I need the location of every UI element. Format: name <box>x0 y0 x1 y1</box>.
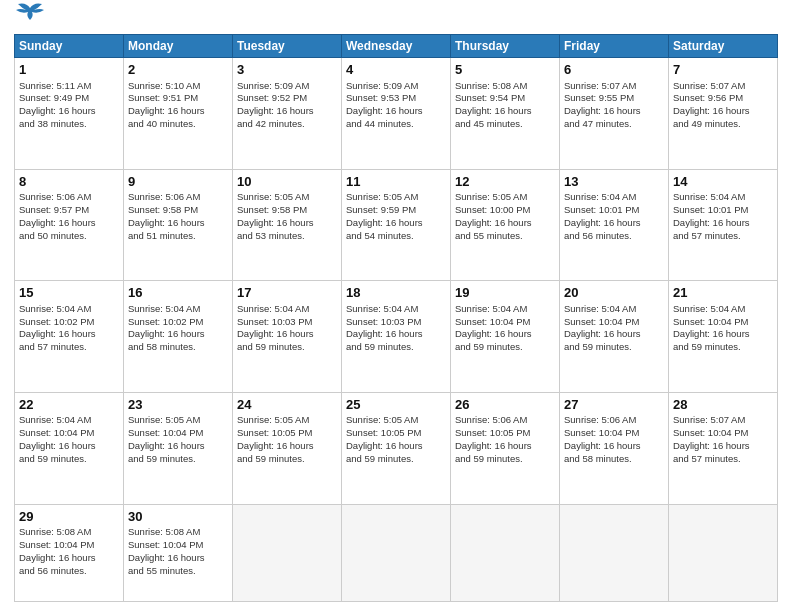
day-cell: 28Sunrise: 5:07 AM Sunset: 10:04 PM Dayl… <box>669 392 778 504</box>
day-info: Sunrise: 5:09 AM Sunset: 9:53 PM Dayligh… <box>346 80 446 131</box>
day-cell <box>560 504 669 601</box>
col-header-sunday: Sunday <box>15 35 124 58</box>
day-cell: 12Sunrise: 5:05 AM Sunset: 10:00 PM Dayl… <box>451 169 560 281</box>
day-number: 28 <box>673 396 773 414</box>
day-cell <box>451 504 560 601</box>
day-info: Sunrise: 5:04 AM Sunset: 10:04 PM Daylig… <box>673 303 773 354</box>
header <box>14 10 778 28</box>
day-info: Sunrise: 5:04 AM Sunset: 10:03 PM Daylig… <box>346 303 446 354</box>
day-cell: 1Sunrise: 5:11 AM Sunset: 9:49 PM Daylig… <box>15 58 124 170</box>
day-number: 19 <box>455 284 555 302</box>
day-number: 5 <box>455 61 555 79</box>
day-info: Sunrise: 5:04 AM Sunset: 10:01 PM Daylig… <box>673 191 773 242</box>
logo <box>14 10 46 28</box>
day-info: Sunrise: 5:04 AM Sunset: 10:04 PM Daylig… <box>455 303 555 354</box>
col-header-tuesday: Tuesday <box>233 35 342 58</box>
day-number: 30 <box>128 508 228 526</box>
day-cell <box>342 504 451 601</box>
day-cell: 26Sunrise: 5:06 AM Sunset: 10:05 PM Dayl… <box>451 392 560 504</box>
day-info: Sunrise: 5:10 AM Sunset: 9:51 PM Dayligh… <box>128 80 228 131</box>
week-row-5: 29Sunrise: 5:08 AM Sunset: 10:04 PM Dayl… <box>15 504 778 601</box>
day-info: Sunrise: 5:08 AM Sunset: 10:04 PM Daylig… <box>128 526 228 577</box>
week-row-2: 8Sunrise: 5:06 AM Sunset: 9:57 PM Daylig… <box>15 169 778 281</box>
col-header-thursday: Thursday <box>451 35 560 58</box>
day-number: 7 <box>673 61 773 79</box>
day-info: Sunrise: 5:07 AM Sunset: 9:55 PM Dayligh… <box>564 80 664 131</box>
day-cell: 23Sunrise: 5:05 AM Sunset: 10:04 PM Dayl… <box>124 392 233 504</box>
day-cell: 3Sunrise: 5:09 AM Sunset: 9:52 PM Daylig… <box>233 58 342 170</box>
week-row-1: 1Sunrise: 5:11 AM Sunset: 9:49 PM Daylig… <box>15 58 778 170</box>
day-cell: 5Sunrise: 5:08 AM Sunset: 9:54 PM Daylig… <box>451 58 560 170</box>
day-number: 29 <box>19 508 119 526</box>
day-info: Sunrise: 5:09 AM Sunset: 9:52 PM Dayligh… <box>237 80 337 131</box>
day-cell: 9Sunrise: 5:06 AM Sunset: 9:58 PM Daylig… <box>124 169 233 281</box>
header-row: SundayMondayTuesdayWednesdayThursdayFrid… <box>15 35 778 58</box>
day-info: Sunrise: 5:04 AM Sunset: 10:02 PM Daylig… <box>19 303 119 354</box>
day-info: Sunrise: 5:07 AM Sunset: 9:56 PM Dayligh… <box>673 80 773 131</box>
day-info: Sunrise: 5:11 AM Sunset: 9:49 PM Dayligh… <box>19 80 119 131</box>
day-cell: 16Sunrise: 5:04 AM Sunset: 10:02 PM Dayl… <box>124 281 233 393</box>
day-cell: 4Sunrise: 5:09 AM Sunset: 9:53 PM Daylig… <box>342 58 451 170</box>
day-cell: 10Sunrise: 5:05 AM Sunset: 9:58 PM Dayli… <box>233 169 342 281</box>
day-cell: 20Sunrise: 5:04 AM Sunset: 10:04 PM Dayl… <box>560 281 669 393</box>
day-number: 22 <box>19 396 119 414</box>
day-info: Sunrise: 5:06 AM Sunset: 9:57 PM Dayligh… <box>19 191 119 242</box>
day-cell: 25Sunrise: 5:05 AM Sunset: 10:05 PM Dayl… <box>342 392 451 504</box>
day-cell: 27Sunrise: 5:06 AM Sunset: 10:04 PM Dayl… <box>560 392 669 504</box>
day-number: 11 <box>346 173 446 191</box>
day-info: Sunrise: 5:05 AM Sunset: 10:05 PM Daylig… <box>346 414 446 465</box>
col-header-wednesday: Wednesday <box>342 35 451 58</box>
day-info: Sunrise: 5:04 AM Sunset: 10:01 PM Daylig… <box>564 191 664 242</box>
day-number: 13 <box>564 173 664 191</box>
day-cell: 19Sunrise: 5:04 AM Sunset: 10:04 PM Dayl… <box>451 281 560 393</box>
day-number: 16 <box>128 284 228 302</box>
day-number: 9 <box>128 173 228 191</box>
day-info: Sunrise: 5:06 AM Sunset: 10:05 PM Daylig… <box>455 414 555 465</box>
day-info: Sunrise: 5:04 AM Sunset: 10:03 PM Daylig… <box>237 303 337 354</box>
day-cell: 30Sunrise: 5:08 AM Sunset: 10:04 PM Dayl… <box>124 504 233 601</box>
day-info: Sunrise: 5:06 AM Sunset: 9:58 PM Dayligh… <box>128 191 228 242</box>
col-header-monday: Monday <box>124 35 233 58</box>
day-cell: 18Sunrise: 5:04 AM Sunset: 10:03 PM Dayl… <box>342 281 451 393</box>
day-number: 2 <box>128 61 228 79</box>
day-info: Sunrise: 5:05 AM Sunset: 10:05 PM Daylig… <box>237 414 337 465</box>
day-info: Sunrise: 5:06 AM Sunset: 10:04 PM Daylig… <box>564 414 664 465</box>
day-number: 4 <box>346 61 446 79</box>
day-cell: 24Sunrise: 5:05 AM Sunset: 10:05 PM Dayl… <box>233 392 342 504</box>
day-info: Sunrise: 5:08 AM Sunset: 10:04 PM Daylig… <box>19 526 119 577</box>
day-info: Sunrise: 5:04 AM Sunset: 10:04 PM Daylig… <box>19 414 119 465</box>
logo-bird-icon <box>16 0 46 28</box>
day-info: Sunrise: 5:05 AM Sunset: 10:00 PM Daylig… <box>455 191 555 242</box>
day-number: 17 <box>237 284 337 302</box>
day-number: 23 <box>128 396 228 414</box>
day-number: 24 <box>237 396 337 414</box>
day-cell: 17Sunrise: 5:04 AM Sunset: 10:03 PM Dayl… <box>233 281 342 393</box>
day-cell <box>669 504 778 601</box>
day-cell: 7Sunrise: 5:07 AM Sunset: 9:56 PM Daylig… <box>669 58 778 170</box>
day-number: 1 <box>19 61 119 79</box>
day-info: Sunrise: 5:07 AM Sunset: 10:04 PM Daylig… <box>673 414 773 465</box>
day-cell: 22Sunrise: 5:04 AM Sunset: 10:04 PM Dayl… <box>15 392 124 504</box>
day-number: 27 <box>564 396 664 414</box>
day-cell: 29Sunrise: 5:08 AM Sunset: 10:04 PM Dayl… <box>15 504 124 601</box>
day-number: 18 <box>346 284 446 302</box>
week-row-3: 15Sunrise: 5:04 AM Sunset: 10:02 PM Dayl… <box>15 281 778 393</box>
day-cell: 14Sunrise: 5:04 AM Sunset: 10:01 PM Dayl… <box>669 169 778 281</box>
day-number: 26 <box>455 396 555 414</box>
day-info: Sunrise: 5:04 AM Sunset: 10:02 PM Daylig… <box>128 303 228 354</box>
col-header-saturday: Saturday <box>669 35 778 58</box>
day-cell: 21Sunrise: 5:04 AM Sunset: 10:04 PM Dayl… <box>669 281 778 393</box>
day-info: Sunrise: 5:04 AM Sunset: 10:04 PM Daylig… <box>564 303 664 354</box>
day-cell: 2Sunrise: 5:10 AM Sunset: 9:51 PM Daylig… <box>124 58 233 170</box>
day-info: Sunrise: 5:05 AM Sunset: 9:59 PM Dayligh… <box>346 191 446 242</box>
day-number: 10 <box>237 173 337 191</box>
week-row-4: 22Sunrise: 5:04 AM Sunset: 10:04 PM Dayl… <box>15 392 778 504</box>
day-number: 12 <box>455 173 555 191</box>
day-info: Sunrise: 5:05 AM Sunset: 9:58 PM Dayligh… <box>237 191 337 242</box>
day-cell <box>233 504 342 601</box>
day-cell: 6Sunrise: 5:07 AM Sunset: 9:55 PM Daylig… <box>560 58 669 170</box>
day-info: Sunrise: 5:08 AM Sunset: 9:54 PM Dayligh… <box>455 80 555 131</box>
calendar: SundayMondayTuesdayWednesdayThursdayFrid… <box>14 34 778 602</box>
day-number: 21 <box>673 284 773 302</box>
col-header-friday: Friday <box>560 35 669 58</box>
